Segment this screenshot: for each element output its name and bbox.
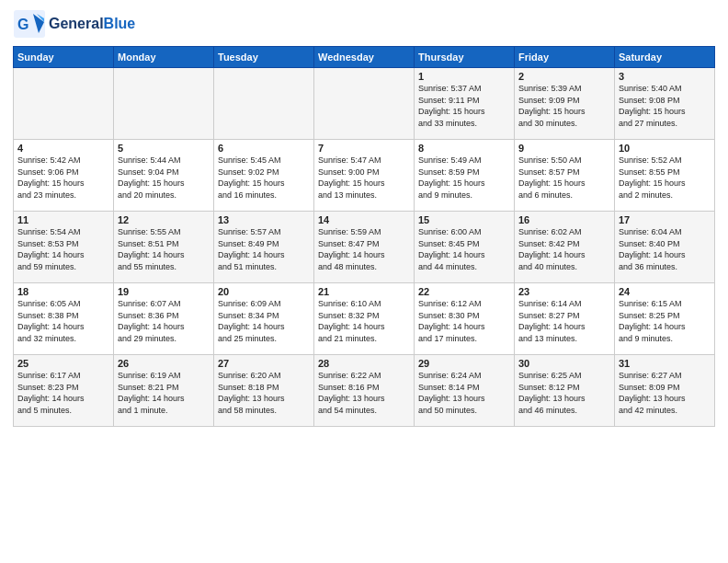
calendar-table: SundayMondayTuesdayWednesdayThursdayFrid… — [13, 46, 715, 427]
logo-icon: G — [13, 9, 46, 39]
calendar-cell — [114, 68, 214, 140]
calendar-cell: 10Sunrise: 5:52 AM Sunset: 8:55 PM Dayli… — [615, 140, 715, 212]
day-info: Sunrise: 5:37 AM Sunset: 9:11 PM Dayligh… — [418, 83, 510, 129]
weekday-header-tuesday: Tuesday — [214, 47, 314, 68]
day-info: Sunrise: 6:25 AM Sunset: 8:12 PM Dayligh… — [518, 370, 610, 416]
weekday-header-friday: Friday — [515, 47, 615, 68]
day-info: Sunrise: 5:52 AM Sunset: 8:55 PM Dayligh… — [619, 155, 711, 201]
calendar-cell: 20Sunrise: 6:09 AM Sunset: 8:34 PM Dayli… — [214, 283, 314, 355]
day-number: 15 — [418, 214, 510, 225]
week-row-3: 11Sunrise: 5:54 AM Sunset: 8:53 PM Dayli… — [14, 212, 715, 283]
day-info: Sunrise: 5:39 AM Sunset: 9:09 PM Dayligh… — [518, 83, 610, 129]
day-info: Sunrise: 6:27 AM Sunset: 8:09 PM Dayligh… — [619, 370, 711, 416]
day-number: 1 — [418, 71, 510, 82]
day-info: Sunrise: 5:50 AM Sunset: 8:57 PM Dayligh… — [518, 155, 610, 201]
weekday-header-sunday: Sunday — [14, 47, 114, 68]
day-number: 5 — [118, 143, 210, 154]
day-info: Sunrise: 5:44 AM Sunset: 9:04 PM Dayligh… — [118, 155, 210, 201]
calendar-cell: 31Sunrise: 6:27 AM Sunset: 8:09 PM Dayli… — [615, 355, 715, 427]
day-info: Sunrise: 6:14 AM Sunset: 8:27 PM Dayligh… — [518, 298, 610, 344]
calendar-cell: 26Sunrise: 6:19 AM Sunset: 8:21 PM Dayli… — [114, 355, 214, 427]
calendar-cell: 21Sunrise: 6:10 AM Sunset: 8:32 PM Dayli… — [314, 283, 415, 355]
week-row-5: 25Sunrise: 6:17 AM Sunset: 8:23 PM Dayli… — [14, 355, 715, 427]
week-row-2: 4Sunrise: 5:42 AM Sunset: 9:06 PM Daylig… — [14, 140, 715, 212]
day-info: Sunrise: 5:45 AM Sunset: 9:02 PM Dayligh… — [218, 155, 310, 201]
day-info: Sunrise: 6:17 AM Sunset: 8:23 PM Dayligh… — [17, 370, 109, 416]
header: G GeneralBlue — [13, 9, 715, 39]
calendar-cell: 24Sunrise: 6:15 AM Sunset: 8:25 PM Dayli… — [615, 283, 715, 355]
calendar-cell: 25Sunrise: 6:17 AM Sunset: 8:23 PM Dayli… — [14, 355, 114, 427]
day-number: 28 — [318, 358, 410, 369]
day-info: Sunrise: 6:09 AM Sunset: 8:34 PM Dayligh… — [218, 298, 310, 344]
day-number: 30 — [518, 358, 610, 369]
day-info: Sunrise: 5:47 AM Sunset: 9:00 PM Dayligh… — [318, 155, 410, 201]
day-number: 24 — [619, 286, 711, 297]
calendar-cell: 22Sunrise: 6:12 AM Sunset: 8:30 PM Dayli… — [415, 283, 515, 355]
calendar-cell: 23Sunrise: 6:14 AM Sunset: 8:27 PM Dayli… — [515, 283, 615, 355]
day-number: 29 — [418, 358, 510, 369]
calendar-cell: 1Sunrise: 5:37 AM Sunset: 9:11 PM Daylig… — [415, 68, 515, 140]
day-number: 16 — [518, 214, 610, 225]
calendar-cell: 13Sunrise: 5:57 AM Sunset: 8:49 PM Dayli… — [214, 212, 314, 283]
day-number: 21 — [318, 286, 410, 297]
day-info: Sunrise: 6:15 AM Sunset: 8:25 PM Dayligh… — [619, 298, 711, 344]
day-number: 23 — [518, 286, 610, 297]
week-row-1: 1Sunrise: 5:37 AM Sunset: 9:11 PM Daylig… — [14, 68, 715, 140]
day-info: Sunrise: 6:12 AM Sunset: 8:30 PM Dayligh… — [418, 298, 510, 344]
calendar-cell: 5Sunrise: 5:44 AM Sunset: 9:04 PM Daylig… — [114, 140, 214, 212]
day-info: Sunrise: 6:10 AM Sunset: 8:32 PM Dayligh… — [318, 298, 410, 344]
calendar-cell: 15Sunrise: 6:00 AM Sunset: 8:45 PM Dayli… — [415, 212, 515, 283]
day-info: Sunrise: 5:49 AM Sunset: 8:59 PM Dayligh… — [418, 155, 510, 201]
day-number: 22 — [418, 286, 510, 297]
day-info: Sunrise: 5:57 AM Sunset: 8:49 PM Dayligh… — [218, 226, 310, 272]
weekday-header-saturday: Saturday — [615, 47, 715, 68]
day-number: 9 — [518, 143, 610, 154]
day-info: Sunrise: 6:00 AM Sunset: 8:45 PM Dayligh… — [418, 226, 510, 272]
calendar-cell: 19Sunrise: 6:07 AM Sunset: 8:36 PM Dayli… — [114, 283, 214, 355]
calendar-cell: 29Sunrise: 6:24 AM Sunset: 8:14 PM Dayli… — [415, 355, 515, 427]
calendar-cell: 18Sunrise: 6:05 AM Sunset: 8:38 PM Dayli… — [14, 283, 114, 355]
day-info: Sunrise: 6:02 AM Sunset: 8:42 PM Dayligh… — [518, 226, 610, 272]
calendar-cell: 14Sunrise: 5:59 AM Sunset: 8:47 PM Dayli… — [314, 212, 415, 283]
day-number: 20 — [218, 286, 310, 297]
day-number: 18 — [17, 286, 109, 297]
calendar-cell — [214, 68, 314, 140]
calendar-cell: 4Sunrise: 5:42 AM Sunset: 9:06 PM Daylig… — [14, 140, 114, 212]
day-number: 8 — [418, 143, 510, 154]
svg-text:G: G — [17, 17, 28, 32]
day-number: 11 — [17, 214, 109, 225]
day-info: Sunrise: 6:05 AM Sunset: 8:38 PM Dayligh… — [17, 298, 109, 344]
logo: G GeneralBlue — [13, 9, 135, 39]
day-number: 14 — [318, 214, 410, 225]
calendar-cell: 28Sunrise: 6:22 AM Sunset: 8:16 PM Dayli… — [314, 355, 415, 427]
day-number: 25 — [17, 358, 109, 369]
calendar-cell — [314, 68, 415, 140]
calendar-cell: 9Sunrise: 5:50 AM Sunset: 8:57 PM Daylig… — [515, 140, 615, 212]
day-info: Sunrise: 6:22 AM Sunset: 8:16 PM Dayligh… — [318, 370, 410, 416]
calendar-cell: 16Sunrise: 6:02 AM Sunset: 8:42 PM Dayli… — [515, 212, 615, 283]
day-number: 13 — [218, 214, 310, 225]
day-number: 26 — [118, 358, 210, 369]
day-number: 7 — [318, 143, 410, 154]
calendar-cell: 30Sunrise: 6:25 AM Sunset: 8:12 PM Dayli… — [515, 355, 615, 427]
day-number: 6 — [218, 143, 310, 154]
day-number: 31 — [619, 358, 711, 369]
day-number: 3 — [619, 71, 711, 82]
day-info: Sunrise: 6:07 AM Sunset: 8:36 PM Dayligh… — [118, 298, 210, 344]
calendar-cell: 27Sunrise: 6:20 AM Sunset: 8:18 PM Dayli… — [214, 355, 314, 427]
calendar-cell: 11Sunrise: 5:54 AM Sunset: 8:53 PM Dayli… — [14, 212, 114, 283]
calendar-cell: 3Sunrise: 5:40 AM Sunset: 9:08 PM Daylig… — [615, 68, 715, 140]
calendar-cell: 7Sunrise: 5:47 AM Sunset: 9:00 PM Daylig… — [314, 140, 415, 212]
week-row-4: 18Sunrise: 6:05 AM Sunset: 8:38 PM Dayli… — [14, 283, 715, 355]
day-number: 10 — [619, 143, 711, 154]
weekday-header-wednesday: Wednesday — [314, 47, 415, 68]
weekday-header-monday: Monday — [114, 47, 214, 68]
day-number: 17 — [619, 214, 711, 225]
day-info: Sunrise: 6:24 AM Sunset: 8:14 PM Dayligh… — [418, 370, 510, 416]
calendar-cell: 12Sunrise: 5:55 AM Sunset: 8:51 PM Dayli… — [114, 212, 214, 283]
weekday-header-row: SundayMondayTuesdayWednesdayThursdayFrid… — [14, 47, 715, 68]
day-number: 2 — [518, 71, 610, 82]
day-info: Sunrise: 6:04 AM Sunset: 8:40 PM Dayligh… — [619, 226, 711, 272]
calendar-cell: 17Sunrise: 6:04 AM Sunset: 8:40 PM Dayli… — [615, 212, 715, 283]
day-number: 19 — [118, 286, 210, 297]
